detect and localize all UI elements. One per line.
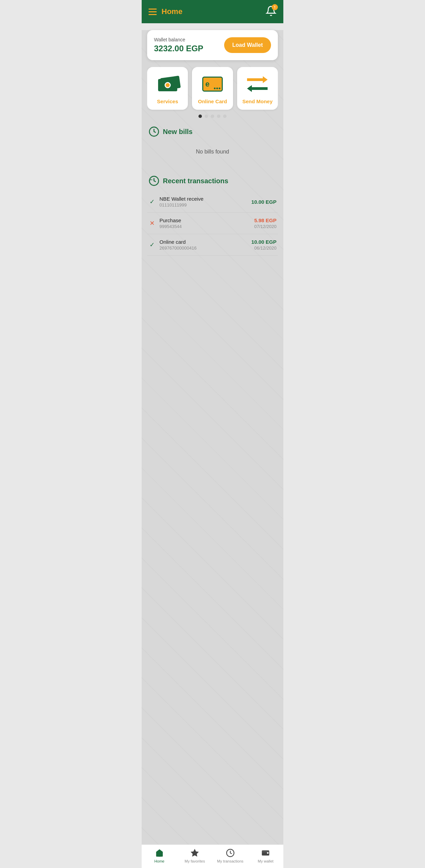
transaction-amount-col-1: 10.00 EGP (252, 199, 276, 205)
dot-5[interactable] (223, 115, 227, 118)
recent-transactions-title: Recent transactions (163, 177, 228, 185)
services-carousel: Services e Online Card (147, 67, 278, 119)
new-bills-title: New bills (163, 128, 193, 136)
svg-marker-2 (191, 849, 198, 856)
transaction-info-3: Online card 269767000000416 (159, 239, 247, 251)
dot-4[interactable] (217, 115, 220, 118)
transaction-ref-2: 999543544 (159, 224, 250, 229)
notification-badge: ! (272, 4, 278, 10)
transaction-name-3: Online card (159, 239, 247, 245)
wallet-label: Wallet balance (154, 37, 203, 42)
new-bills-header: New bills (142, 119, 283, 142)
load-wallet-button[interactable]: Load Wallet (224, 37, 271, 53)
transaction-date-2: 07/12/2020 (254, 224, 276, 229)
nav-home[interactable]: Home (142, 848, 177, 863)
wallet-nav-label: My wallet (258, 859, 273, 863)
favorites-nav-label: My favorites (185, 859, 205, 863)
services-card[interactable]: Services (147, 67, 188, 110)
online-card-card[interactable]: e Online Card (192, 67, 233, 110)
clock-icon (149, 126, 159, 137)
recent-transactions-header: Recent transactions (142, 169, 283, 191)
dot-2[interactable] (205, 115, 208, 118)
nav-favorites[interactable]: My favorites (177, 848, 213, 863)
send-money-card[interactable]: Send Money (237, 67, 278, 110)
hamburger-menu[interactable] (149, 9, 157, 15)
transaction-amount-1: 10.00 EGP (252, 199, 276, 205)
online-card-icon: e (201, 74, 224, 94)
fail-icon: ✕ (149, 220, 155, 227)
wallet-info: Wallet balance 3232.00 EGP (154, 37, 203, 53)
table-row[interactable]: ✓ Online card 269767000000416 10.00 EGP … (147, 234, 278, 256)
home-icon (155, 848, 164, 858)
transaction-name-1: NBE Wallet receive (159, 196, 247, 202)
svg-rect-5 (267, 852, 269, 854)
transaction-amount-col-3: 10.00 EGP 06/12/2020 (252, 239, 276, 251)
transactions-icon (226, 848, 235, 858)
online-card-label: Online Card (198, 98, 227, 104)
transaction-amount-col-2: 5.98 EGP 07/12/2020 (254, 217, 276, 229)
wallet-card: Wallet balance 3232.00 EGP Load Wallet (147, 30, 278, 60)
header-left: Home (149, 7, 182, 16)
transaction-info-1: NBE Wallet receive 01110111999 (159, 196, 247, 208)
success-icon-2: ✓ (149, 241, 155, 248)
favorites-icon (190, 848, 199, 858)
cards-row: Services e Online Card (147, 67, 278, 110)
transactions-nav-label: My transactions (217, 859, 243, 863)
page-title: Home (162, 7, 182, 16)
carousel-dots (147, 115, 278, 118)
transaction-ref-1: 01110111999 (159, 202, 247, 208)
services-icon (156, 74, 180, 94)
send-money-label: Send Money (242, 98, 272, 104)
transaction-date-3: 06/12/2020 (252, 245, 276, 251)
nav-transactions[interactable]: My transactions (212, 848, 248, 863)
transactions-list: ✓ NBE Wallet receive 01110111999 10.00 E… (142, 191, 283, 256)
table-row[interactable]: ✕ Purchase 999543544 5.98 EGP 07/12/2020 (147, 213, 278, 234)
no-bills-message: No bills found (142, 142, 283, 169)
dot-1[interactable] (198, 115, 202, 118)
success-icon: ✓ (149, 198, 155, 205)
header-right: ! (266, 5, 276, 18)
nav-wallet[interactable]: My wallet (248, 848, 284, 863)
transaction-info-2: Purchase 999543544 (159, 217, 250, 229)
main-content: Wallet balance 3232.00 EGP Load Wallet S… (142, 30, 283, 857)
table-row[interactable]: ✓ NBE Wallet receive 01110111999 10.00 E… (147, 191, 278, 213)
transaction-ref-3: 269767000000416 (159, 245, 247, 251)
services-label: Services (157, 98, 178, 104)
wallet-icon (261, 848, 270, 858)
transaction-name-2: Purchase (159, 217, 250, 223)
transaction-amount-3: 10.00 EGP (252, 239, 276, 245)
home-nav-label: Home (154, 859, 164, 863)
send-money-icon (245, 74, 269, 94)
wallet-balance: 3232.00 EGP (154, 44, 203, 53)
bottom-nav: Home My favorites My transactions My wal… (142, 844, 283, 868)
transaction-amount-2: 5.98 EGP (254, 217, 276, 223)
dot-3[interactable] (211, 115, 214, 118)
transactions-clock-icon (149, 175, 159, 186)
app-header: Home ! (142, 0, 283, 23)
